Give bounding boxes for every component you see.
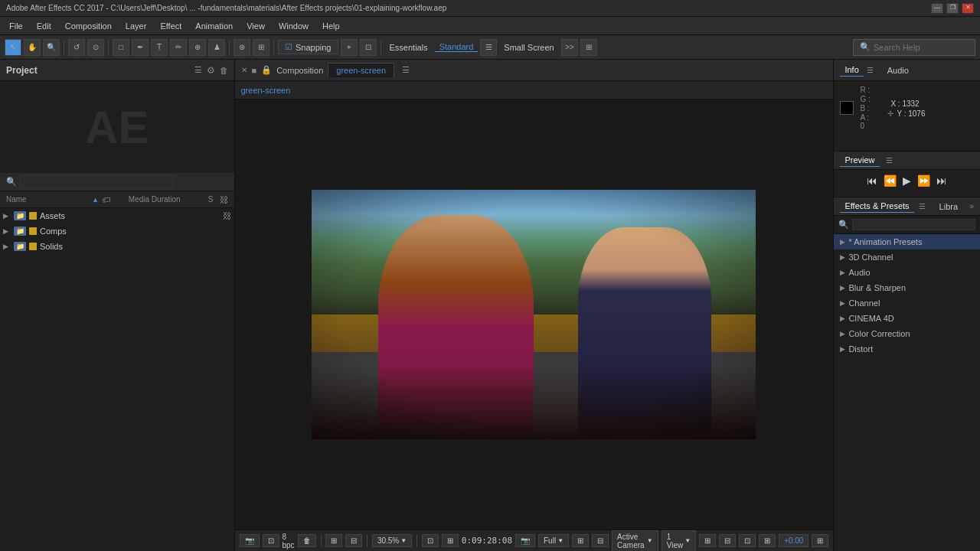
vc-3d3[interactable]: ⊡ <box>739 534 756 547</box>
preview-tab[interactable]: Preview <box>840 154 879 167</box>
play-button[interactable]: ▶ <box>903 174 911 187</box>
puppet-tool[interactable]: ♟ <box>208 39 225 56</box>
magnet-tool[interactable]: ⌖ <box>341 39 358 56</box>
clone-tool[interactable]: ⊕ <box>189 39 206 56</box>
jump-start-button[interactable]: ⏮ <box>867 174 877 187</box>
extra-tool-2[interactable]: ⊞ <box>253 39 270 56</box>
search-help-input[interactable] <box>874 43 965 52</box>
audio-tab[interactable]: Audio <box>883 64 913 77</box>
menu-layer[interactable]: Layer <box>119 20 153 32</box>
vc-fit[interactable]: ⊡ <box>422 534 439 547</box>
menu-composition[interactable]: Composition <box>59 20 118 32</box>
rotate-tool[interactable]: ↺ <box>68 39 85 56</box>
vc-3d1[interactable]: ⊞ <box>699 534 716 547</box>
vc-view-select[interactable]: 1 View ▼ <box>662 530 696 552</box>
menu-help[interactable]: Help <box>316 20 346 32</box>
trash-icon[interactable]: 🗑 <box>220 66 228 75</box>
effect-color-correction[interactable]: ▶ Color Correction <box>834 326 980 341</box>
project-item-solids[interactable]: ▶ 📁 Solids <box>0 239 234 254</box>
col-name-header[interactable]: Name <box>6 195 89 204</box>
minimize-button[interactable]: — <box>931 3 943 14</box>
vc-grid[interactable]: ⊞ <box>325 534 342 547</box>
col-duration-header[interactable]: Media Duration <box>129 195 205 204</box>
project-menu-icon[interactable]: ☰ <box>194 65 202 75</box>
standard-label[interactable]: Standard <box>435 42 479 52</box>
library-tab[interactable]: Libra <box>935 201 962 213</box>
close-button[interactable]: ✕ <box>962 3 974 14</box>
menu-effect[interactable]: Effect <box>154 20 188 32</box>
effects-search-input[interactable] <box>852 219 975 230</box>
vc-timecode[interactable]: 0:09:28:08 <box>462 536 512 546</box>
breadcrumb-home[interactable]: green-screen <box>241 86 291 95</box>
snapping-toggle[interactable]: ☑ Snapping <box>278 40 338 54</box>
vc-time-offset[interactable]: +0.00 <box>779 534 808 547</box>
small-screen-label[interactable]: Small Screen <box>499 43 558 52</box>
tag-icon[interactable]: 🏷 <box>102 195 110 204</box>
project-search-input[interactable] <box>20 175 173 189</box>
vc-extra1[interactable]: ⊞ <box>572 534 589 547</box>
effect-distort[interactable]: ▶ Distort <box>834 341 980 357</box>
zoom-tool[interactable]: 🔍 <box>43 39 60 56</box>
workspace-menu[interactable]: ☰ <box>480 39 497 56</box>
vc-transparency[interactable]: ⊞ <box>812 534 828 547</box>
next-frame-button[interactable]: ⏩ <box>917 174 930 187</box>
gear-icon[interactable]: ⚙ <box>207 65 215 76</box>
effect-audio[interactable]: ▶ Audio <box>834 265 980 280</box>
vc-camera-btn[interactable]: 📷 <box>515 534 535 547</box>
link-icon[interactable]: ⛓ <box>220 195 228 204</box>
preview-menu-icon[interactable]: ☰ <box>886 156 893 165</box>
vc-quality[interactable]: Full ▼ <box>538 534 569 547</box>
menu-file[interactable]: File <box>3 20 29 32</box>
project-item-comps[interactable]: ▶ 📁 Comps <box>0 223 234 239</box>
camera-orbit[interactable]: ⊙ <box>87 39 104 56</box>
vc-3d2[interactable]: ⊟ <box>719 534 736 547</box>
composition-viewport[interactable] <box>235 99 834 530</box>
vc-bitdepth[interactable]: 8 bpc <box>283 533 295 549</box>
vc-trash[interactable]: 🗑 <box>298 534 316 547</box>
vc-extra2[interactable]: ⊟ <box>592 534 609 547</box>
effect-animation-presets[interactable]: ▶ * Animation Presets <box>834 234 980 249</box>
vc-magnify[interactable]: ⊡ <box>263 534 279 547</box>
lock-icon[interactable]: 🔒 <box>261 65 272 75</box>
effect-cinema4d[interactable]: ▶ CINEMA 4D <box>834 311 980 326</box>
vc-camera-select[interactable]: Active Camera ▼ <box>612 530 658 552</box>
brush-tool[interactable]: ✏ <box>170 39 187 56</box>
text-tool[interactable]: T <box>151 39 168 56</box>
menu-edit[interactable]: Edit <box>31 20 57 32</box>
pen-tool[interactable]: ✒ <box>132 39 149 56</box>
vc-snapshot[interactable]: 📷 <box>240 534 260 547</box>
jump-end-button[interactable]: ⏭ <box>936 174 947 187</box>
col-size-header[interactable]: S <box>208 195 214 204</box>
project-item-assets[interactable]: ▶ 📁 Assets ⛓ <box>0 208 234 223</box>
expand-icon[interactable]: » <box>969 202 974 210</box>
vc-grid2[interactable]: ⊞ <box>759 534 776 547</box>
effect-channel[interactable]: ▶ Channel <box>834 295 980 311</box>
vc-region[interactable]: ⊟ <box>345 534 362 547</box>
dual-btn[interactable]: >> <box>561 39 578 56</box>
prev-frame-button[interactable]: ⏪ <box>884 174 897 187</box>
lock-tool[interactable]: ⊡ <box>360 39 377 56</box>
effects-menu-icon[interactable]: ☰ <box>919 202 926 210</box>
maximize-button[interactable]: ❐ <box>946 3 959 14</box>
info-tab[interactable]: Info <box>840 64 863 77</box>
hand-tool[interactable]: ✋ <box>24 39 41 56</box>
extra-tool-3[interactable]: ⊞ <box>580 39 597 56</box>
rect-mask[interactable]: □ <box>113 39 129 56</box>
comp-tab-greenscreen[interactable]: green-screen <box>328 63 394 77</box>
selection-tool[interactable]: ↖ <box>5 39 21 56</box>
extra-tool[interactable]: ⊛ <box>234 39 250 56</box>
vc-zoom-selector[interactable]: 30.5% ▼ <box>372 534 412 547</box>
effect-3d-channel[interactable]: ▶ 3D Channel <box>834 249 980 265</box>
info-menu-icon[interactable]: ☰ <box>867 66 874 74</box>
menu-view[interactable]: View <box>240 20 271 32</box>
vc-duration[interactable]: ⊞ <box>442 534 459 547</box>
menu-window[interactable]: Window <box>273 20 315 32</box>
zoom-dropdown-icon: ▼ <box>400 537 407 544</box>
menu-animation[interactable]: Animation <box>189 20 239 32</box>
essentials-label[interactable]: Essentials <box>385 43 433 52</box>
snapping-checkbox[interactable]: ☑ <box>285 42 292 52</box>
effects-presets-tab[interactable]: Effects & Presets <box>840 200 913 213</box>
comp-menu-icon[interactable]: ☰ <box>402 65 410 75</box>
effect-blur-sharpen[interactable]: ▶ Blur & Sharpen <box>834 280 980 295</box>
close-icon[interactable]: ✕ <box>241 66 247 74</box>
